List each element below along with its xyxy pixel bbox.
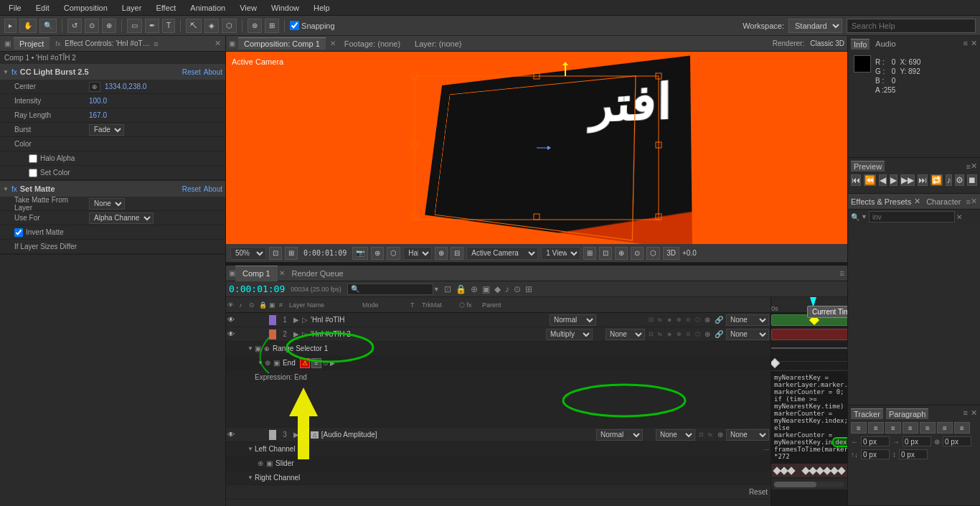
grid-btn[interactable]: ⊟ [451, 247, 463, 260]
preview-close[interactable]: ✕ [971, 161, 977, 171]
l1-adj[interactable]: ⬡ [693, 316, 702, 324]
stamp-tool[interactable]: ◈ [204, 19, 219, 33]
menu-composition[interactable]: Composition [61, 2, 110, 14]
color-btn[interactable]: ⬡ [387, 247, 400, 260]
tl-scrollbar-thumb[interactable] [774, 482, 816, 487]
menu-effect[interactable]: Effect [153, 2, 179, 14]
quality-select[interactable]: Half [403, 247, 432, 260]
tl-audio-btn[interactable]: ♪ [504, 284, 511, 294]
end-fold[interactable]: ▼ [258, 360, 263, 366]
prev-back1[interactable]: ◀ [879, 174, 887, 186]
l1-blend[interactable]: ⊕ [674, 316, 683, 324]
l1-shy[interactable]: ⊡ [646, 316, 655, 324]
space-before-input[interactable] [861, 449, 890, 459]
l2-shy[interactable]: ⊡ [646, 330, 655, 339]
extra-indent-input[interactable] [943, 436, 971, 446]
view6-btn[interactable]: ⬡ [646, 247, 660, 260]
rect-tool[interactable]: ▭ [127, 19, 142, 33]
set-matte-header[interactable]: ▼ fx Set Matte Reset About [0, 181, 225, 197]
space-after-input[interactable] [899, 449, 928, 459]
ray-length-value[interactable]: 167.0 [89, 111, 107, 119]
active-cam-select[interactable]: Active Camera [466, 247, 538, 260]
snap-btn[interactable]: ⊞ [285, 247, 298, 260]
l2-motion[interactable]: ◈ [665, 330, 674, 339]
view3-btn[interactable]: ⊡ [599, 247, 612, 260]
prev-stop[interactable]: ⏹ [967, 174, 977, 186]
fit-btn[interactable]: ⊡ [269, 247, 282, 260]
set-matte-about[interactable]: About [204, 185, 222, 193]
effect-controls-tab[interactable]: Effect Controls: 'HnI #oTÎH 2 [65, 39, 151, 47]
tl-3d-btn[interactable]: ⊞ [524, 284, 534, 294]
burst-select[interactable]: Fade [89, 124, 124, 136]
menu-view[interactable]: View [237, 2, 260, 14]
right-ch-fold[interactable]: ▼ [248, 474, 253, 481]
expr-play[interactable]: ▶ [330, 360, 335, 367]
effects-presets-tab[interactable]: Effects & Presets [851, 197, 911, 206]
tl-hide-btn[interactable]: ⊕ [469, 284, 479, 294]
comp1-tab-close[interactable]: ✕ [279, 269, 285, 277]
prev-fwd1[interactable]: ▶▶ [900, 174, 915, 186]
cc-light-burst-about[interactable]: About [204, 68, 222, 76]
expr-toggle[interactable]: ⊙ [323, 360, 329, 367]
l1-expand[interactable]: ▶ [293, 316, 299, 324]
l1-parent-select[interactable]: None [726, 314, 769, 326]
menu-animation[interactable]: Animation [187, 2, 228, 14]
cc-light-burst-header[interactable]: ▼ fx CC Light Burst 2.5 Reset About [0, 64, 225, 80]
l2-3d[interactable]: ⊙ [684, 330, 692, 339]
prev-play[interactable]: ▶ [890, 174, 897, 186]
zoom-select[interactable]: 50% [230, 247, 266, 260]
snapping-checkbox[interactable] [290, 21, 299, 30]
right-indent-input[interactable] [903, 436, 931, 446]
prev-loop[interactable]: 🔁 [930, 174, 943, 186]
effects-search-drop[interactable]: ▼ [861, 213, 867, 220]
tl-scrollbar[interactable] [774, 482, 844, 487]
view2-btn[interactable]: ⊞ [583, 247, 596, 260]
tl-keys-btn[interactable]: ◆ [493, 284, 502, 294]
l3-trkmat-select[interactable]: None [656, 429, 695, 441]
l2-parent-select[interactable]: None [726, 329, 769, 340]
comp1-tab[interactable]: Comp 1 [235, 266, 278, 281]
comp-close[interactable]: ✕ [330, 39, 336, 47]
project-tab[interactable]: Project [14, 37, 50, 50]
l1-3d[interactable]: ⊙ [684, 316, 692, 324]
tracker-tab[interactable]: Tracker [851, 408, 883, 419]
eraser-tool[interactable]: ⬡ [222, 19, 237, 33]
set-color-label[interactable]: Set Color [29, 169, 70, 177]
l2-mode-select[interactable]: Multiply [546, 329, 593, 340]
effects-close[interactable]: ✕ [914, 197, 920, 206]
info-tab[interactable]: Info [851, 39, 870, 50]
audio-tab[interactable]: Audio [872, 39, 898, 50]
align-justify4[interactable]: ≡ [954, 422, 970, 434]
l2-trkmat-select[interactable]: None [606, 329, 645, 340]
brush-tool[interactable]: ⛏ [186, 19, 202, 33]
puppet-tool[interactable]: ⊛ [248, 19, 262, 33]
menu-help[interactable]: Help [311, 2, 333, 14]
l3-fold[interactable]: ▷ [302, 431, 308, 439]
set-color-checkbox[interactable] [29, 169, 37, 177]
effects-panel-close[interactable]: ✕ [971, 197, 977, 206]
tracker-menu[interactable]: ≡ [963, 408, 968, 419]
align-justify[interactable]: ≡ [903, 422, 918, 434]
align-justify3[interactable]: ≡ [937, 422, 953, 434]
code-area[interactable]: myNearestKey = markerLayer.marker.neares… [771, 370, 847, 464]
res-btn[interactable]: ⊕ [435, 247, 448, 260]
l3-expand[interactable]: ▶ [293, 431, 299, 439]
puppet2-tool[interactable]: ⊞ [265, 19, 279, 33]
pen-tool[interactable]: ✒ [145, 19, 159, 33]
view5-btn[interactable]: ⊙ [631, 247, 644, 260]
invert-matte-checkbox[interactable] [14, 228, 23, 237]
pan-tool[interactable]: ⊕ [102, 19, 116, 33]
tl-solo-btn[interactable]: ⊡ [443, 284, 453, 294]
select-tool[interactable]: ▸ [4, 19, 17, 33]
snap2-btn[interactable]: ⊛ [371, 247, 384, 260]
character-tab[interactable]: Character [926, 197, 961, 206]
halo-alpha-checkbox[interactable] [29, 154, 37, 163]
menu-edit[interactable]: Edit [33, 2, 52, 14]
menu-window[interactable]: Window [268, 2, 302, 14]
cam-icon[interactable]: 📷 [352, 247, 368, 260]
3d-btn[interactable]: 3D [663, 247, 679, 260]
composition-tab[interactable]: Composition: Comp 1 [238, 37, 326, 50]
l1-fold[interactable]: ▷ [302, 316, 308, 324]
align-right[interactable]: ≡ [885, 422, 901, 434]
tl-search-drop[interactable]: ▼ [433, 286, 440, 293]
